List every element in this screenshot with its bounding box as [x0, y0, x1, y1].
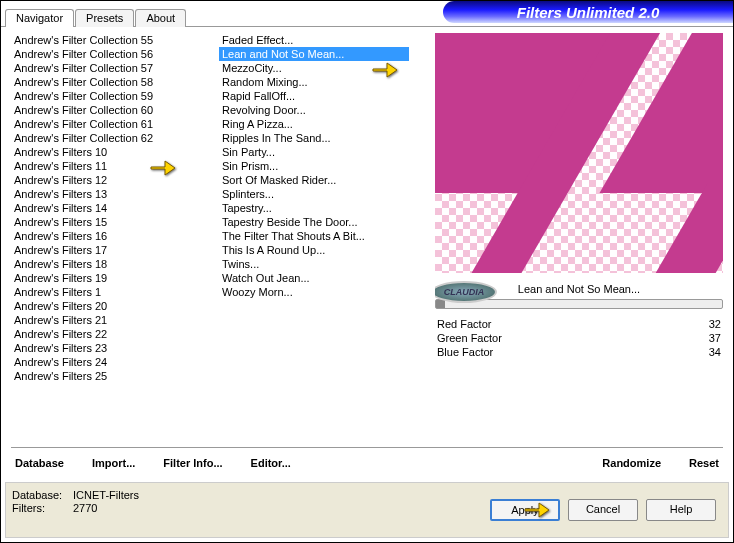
list-item[interactable]: Woozy Morn...: [219, 285, 409, 299]
list-item[interactable]: Andrew's Filter Collection 58: [11, 75, 201, 89]
category-list[interactable]: Andrew's Filter Collection 55Andrew's Fi…: [11, 33, 201, 441]
list-item[interactable]: Andrew's Filters 23: [11, 341, 201, 355]
list-item[interactable]: Andrew's Filters 18: [11, 257, 201, 271]
help-button[interactable]: Help: [646, 499, 716, 521]
list-item[interactable]: Andrew's Filter Collection 57: [11, 61, 201, 75]
list-item[interactable]: Ripples In The Sand...: [219, 131, 409, 145]
import-link[interactable]: Import...: [88, 457, 139, 469]
parameter-row: Blue Factor34: [435, 345, 723, 359]
param-name: Green Factor: [437, 332, 502, 344]
list-item[interactable]: Andrew's Filters 24: [11, 355, 201, 369]
list-item[interactable]: Andrew's Filters 10: [11, 145, 201, 159]
list-item[interactable]: Splinters...: [219, 187, 409, 201]
filters-count-value: 2770: [73, 502, 139, 514]
tab-navigator[interactable]: Navigator: [5, 9, 74, 27]
list-item[interactable]: Rapid FallOff...: [219, 89, 409, 103]
list-item[interactable]: Andrew's Filters 12: [11, 173, 201, 187]
list-item[interactable]: Andrew's Filters 1: [11, 285, 201, 299]
database-link[interactable]: Database: [11, 457, 68, 469]
list-item[interactable]: Random Mixing...: [219, 75, 409, 89]
list-item[interactable]: Andrew's Filters 11: [11, 159, 201, 173]
list-item[interactable]: Tapestry...: [219, 201, 409, 215]
list-item[interactable]: Sin Prism...: [219, 159, 409, 173]
filter-list[interactable]: Faded Effect...Lean and Not So Mean...Me…: [219, 33, 409, 441]
list-item[interactable]: Andrew's Filter Collection 56: [11, 47, 201, 61]
list-item[interactable]: Sin Party...: [219, 145, 409, 159]
param-value: 34: [709, 346, 721, 358]
list-item[interactable]: Sort Of Masked Rider...: [219, 173, 409, 187]
list-item[interactable]: Faded Effect...: [219, 33, 409, 47]
footer-bar: Database: ICNET-Filters Filters: 2770 Ap…: [5, 482, 729, 538]
list-item[interactable]: Ring A Pizza...: [219, 117, 409, 131]
list-item[interactable]: Revolving Door...: [219, 103, 409, 117]
tab-bar: Navigator Presets About: [5, 9, 187, 27]
list-item[interactable]: Twins...: [219, 257, 409, 271]
param-value: 32: [709, 318, 721, 330]
tab-presets[interactable]: Presets: [75, 9, 134, 27]
list-item[interactable]: Andrew's Filters 17: [11, 243, 201, 257]
apply-button[interactable]: Apply: [490, 499, 560, 521]
filters-count-label: Filters:: [12, 502, 67, 514]
list-item[interactable]: Andrew's Filter Collection 60: [11, 103, 201, 117]
list-item[interactable]: Lean and Not So Mean...: [219, 47, 409, 61]
list-item[interactable]: This Is A Round Up...: [219, 243, 409, 257]
param-value: 37: [709, 332, 721, 344]
list-item[interactable]: Andrew's Filter Collection 61: [11, 117, 201, 131]
list-item[interactable]: Andrew's Filters 21: [11, 313, 201, 327]
main-panel: Andrew's Filter Collection 55Andrew's Fi…: [5, 27, 729, 477]
list-item[interactable]: Andrew's Filters 22: [11, 327, 201, 341]
reset-link[interactable]: Reset: [685, 457, 723, 469]
parameter-row: Green Factor37: [435, 331, 723, 345]
cancel-button[interactable]: Cancel: [568, 499, 638, 521]
parameter-list: Red Factor32Green Factor37Blue Factor34: [435, 317, 723, 359]
app-title: Filters Unlimited 2.0: [443, 1, 733, 23]
param-name: Blue Factor: [437, 346, 493, 358]
preview-image: [435, 33, 723, 273]
list-item[interactable]: Watch Out Jean...: [219, 271, 409, 285]
db-label: Database:: [12, 489, 67, 501]
list-item[interactable]: MezzoCity...: [219, 61, 409, 75]
filter-info-link[interactable]: Filter Info...: [159, 457, 226, 469]
list-item[interactable]: Andrew's Filter Collection 59: [11, 89, 201, 103]
list-item[interactable]: Andrew's Filter Collection 55: [11, 33, 201, 47]
list-item[interactable]: Andrew's Filters 20: [11, 299, 201, 313]
editor-link[interactable]: Editor...: [247, 457, 295, 469]
db-value: ICNET-Filters: [73, 489, 139, 501]
list-item[interactable]: Andrew's Filters 25: [11, 369, 201, 383]
list-item[interactable]: Tapestry Beside The Door...: [219, 215, 409, 229]
parameter-row: Red Factor32: [435, 317, 723, 331]
list-item[interactable]: Andrew's Filters 15: [11, 215, 201, 229]
list-item[interactable]: Andrew's Filters 16: [11, 229, 201, 243]
link-row: Database Import... Filter Info... Editor…: [11, 447, 723, 473]
list-item[interactable]: The Filter That Shouts A Bit...: [219, 229, 409, 243]
list-item[interactable]: Andrew's Filters 14: [11, 201, 201, 215]
tab-about[interactable]: About: [135, 9, 186, 27]
list-item[interactable]: Andrew's Filters 13: [11, 187, 201, 201]
list-item[interactable]: Andrew's Filters 19: [11, 271, 201, 285]
list-item[interactable]: Andrew's Filter Collection 62: [11, 131, 201, 145]
param-name: Red Factor: [437, 318, 491, 330]
randomize-link[interactable]: Randomize: [598, 457, 665, 469]
